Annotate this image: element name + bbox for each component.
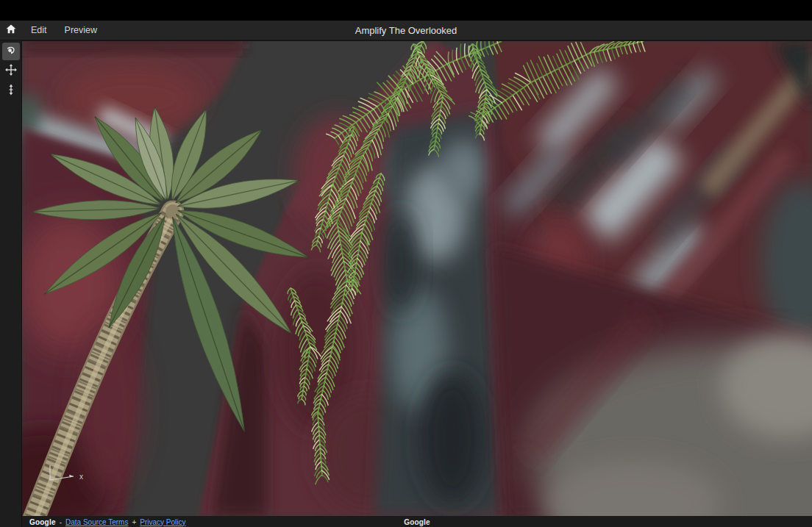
menu-preview[interactable]: Preview xyxy=(56,21,106,40)
dolly-tool-button[interactable] xyxy=(2,82,20,100)
application-window: Edit Preview Amplify The Overlooked xyxy=(0,0,812,527)
attribution-left: Google - Data Source Terms + Privacy Pol… xyxy=(22,518,186,526)
attribution-link-separator: + xyxy=(132,518,136,526)
home-icon xyxy=(6,24,16,37)
attribution-bar: Google - Data Source Terms + Privacy Pol… xyxy=(22,516,812,527)
orbit-icon xyxy=(5,44,17,59)
google-brand-label: Google xyxy=(29,518,56,526)
orbit-tool-button[interactable] xyxy=(2,43,20,60)
pan-icon xyxy=(5,64,17,79)
data-source-terms-link[interactable]: Data Source Terms xyxy=(65,518,128,526)
window-top-strip xyxy=(0,0,812,21)
viewport-column: x Google - Data Source Terms + Privacy P… xyxy=(22,40,812,527)
3d-viewport[interactable]: x xyxy=(22,40,812,516)
main-area: x Google - Data Source Terms + Privacy P… xyxy=(0,40,812,527)
dolly-icon xyxy=(5,84,17,98)
menu-edit[interactable]: Edit xyxy=(22,21,56,40)
document-title: Amplify The Overlooked xyxy=(0,25,812,36)
tool-sidebar xyxy=(0,40,22,527)
home-button[interactable] xyxy=(0,21,22,40)
pan-tool-button[interactable] xyxy=(2,62,20,80)
privacy-policy-link[interactable]: Privacy Policy xyxy=(140,518,185,526)
3d-scene-canvas[interactable]: x xyxy=(22,41,812,516)
attribution-separator: - xyxy=(60,518,62,526)
toolbar: Edit Preview Amplify The Overlooked xyxy=(0,21,812,40)
axis-x-label: x xyxy=(79,473,83,481)
